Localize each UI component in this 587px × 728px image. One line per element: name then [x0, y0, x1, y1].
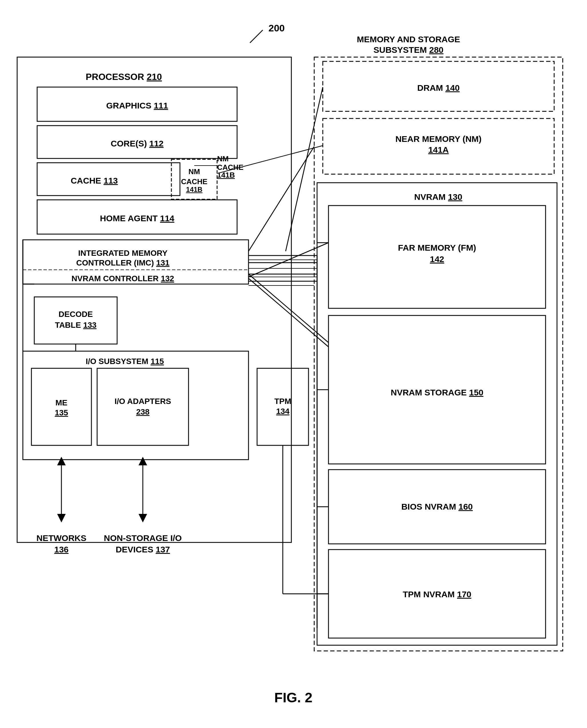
svg-text:141A: 141A — [428, 145, 449, 154]
svg-text:GRAPHICS 111: GRAPHICS 111 — [106, 101, 168, 110]
svg-text:TPM NVRAM 170: TPM NVRAM 170 — [403, 589, 471, 599]
svg-text:NETWORKS: NETWORKS — [37, 533, 87, 543]
svg-text:CACHE: CACHE — [181, 177, 207, 186]
svg-text:NEAR MEMORY (NM): NEAR MEMORY (NM) — [395, 134, 482, 144]
svg-rect-5 — [17, 57, 291, 542]
svg-text:CACHE 113: CACHE 113 — [71, 176, 118, 185]
svg-marker-84 — [57, 514, 66, 523]
svg-text:SUBSYSTEM 280: SUBSYSTEM 280 — [373, 45, 443, 54]
svg-text:CORE(S) 112: CORE(S) 112 — [111, 139, 163, 148]
svg-line-61 — [249, 278, 328, 347]
svg-marker-87 — [139, 514, 147, 523]
svg-text:136: 136 — [54, 545, 69, 554]
svg-text:BIOS NVRAM 160: BIOS NVRAM 160 — [401, 502, 473, 511]
svg-text:NVRAM 130: NVRAM 130 — [414, 192, 462, 201]
svg-line-78 — [220, 146, 323, 173]
svg-text:PROCESSOR 210: PROCESSOR 210 — [86, 72, 162, 82]
svg-text:DRAM 140: DRAM 140 — [417, 83, 460, 93]
svg-text:200: 200 — [268, 23, 285, 33]
svg-text:DECODE: DECODE — [58, 310, 93, 319]
svg-text:142: 142 — [430, 254, 444, 264]
svg-text:134: 134 — [276, 407, 290, 416]
svg-text:I/O SUBSYSTEM 115: I/O SUBSYSTEM 115 — [86, 357, 164, 366]
svg-text:NVRAM STORAGE 150: NVRAM STORAGE 150 — [391, 388, 484, 397]
svg-text:238: 238 — [136, 407, 150, 416]
svg-text:141B: 141B — [217, 171, 235, 179]
svg-text:TPM: TPM — [274, 397, 291, 406]
svg-line-58 — [249, 146, 314, 251]
svg-marker-88 — [139, 457, 147, 465]
svg-text:NM: NM — [217, 154, 229, 163]
svg-text:MEMORY AND STORAGE: MEMORY AND STORAGE — [357, 34, 460, 44]
svg-text:HOME AGENT 114: HOME AGENT 114 — [100, 214, 174, 223]
svg-text:NON-STORAGE I/O: NON-STORAGE I/O — [104, 533, 182, 543]
svg-text:FIG. 2: FIG. 2 — [274, 690, 312, 705]
svg-line-0 — [250, 30, 263, 43]
svg-text:TABLE 133: TABLE 133 — [55, 321, 97, 330]
svg-text:FAR MEMORY (FM): FAR MEMORY (FM) — [398, 243, 476, 252]
svg-line-60 — [249, 274, 328, 343]
svg-text:INTEGRATED MEMORY: INTEGRATED MEMORY — [78, 249, 168, 258]
svg-text:NVRAM CONTROLLER 132: NVRAM CONTROLLER 132 — [71, 274, 174, 283]
svg-rect-36 — [97, 368, 189, 445]
diagram: 200 MEMORY AND STORAGE SUBSYSTEM 280 PRO… — [0, 0, 587, 728]
svg-text:135: 135 — [55, 408, 68, 417]
svg-text:I/O ADAPTERS: I/O ADAPTERS — [115, 397, 171, 406]
svg-text:CONTROLLER (IMC) 131: CONTROLLER (IMC) 131 — [76, 258, 170, 267]
svg-text:141B: 141B — [186, 186, 202, 193]
svg-marker-85 — [57, 457, 66, 465]
svg-text:DEVICES 137: DEVICES 137 — [116, 545, 170, 554]
svg-text:NM: NM — [189, 167, 200, 176]
svg-text:ME: ME — [55, 398, 67, 407]
